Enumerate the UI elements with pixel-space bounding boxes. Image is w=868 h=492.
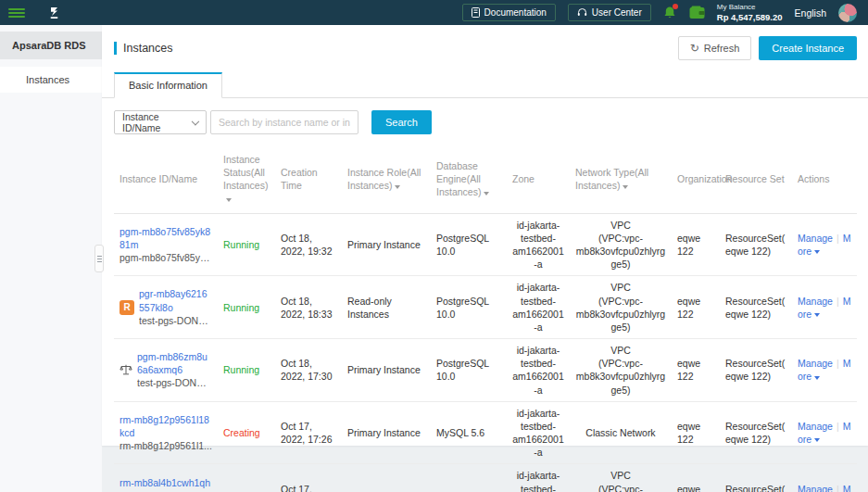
table-header-row: Instance ID/Name Instance Status(All Ins… — [114, 145, 857, 213]
refresh-label: Refresh — [704, 43, 740, 54]
wallet-icon — [689, 6, 705, 19]
sidebar: ApsaraDB RDS Instances — [0, 25, 102, 492]
col-zone: Zone — [507, 145, 570, 213]
table-row: rm-mb8al4b1cwh1qh996 test-mysql-56-no...… — [114, 464, 857, 492]
table-row: rm-mb8g12p9561l18kcd rm-mb8g12p9561l1...… — [114, 401, 857, 464]
resource-set: ResourceSet(eqwe 122) — [720, 276, 792, 339]
manage-link[interactable]: Manage — [798, 484, 833, 492]
organization: eqwe 122 — [672, 464, 720, 492]
instance-id-link[interactable]: pgm-mb86zm8u6a6axmq6 — [137, 350, 212, 376]
status-badge: Running — [223, 302, 259, 313]
col-network-type[interactable]: Network Type(All Instances) — [570, 145, 672, 213]
sidebar-item-instances[interactable]: Instances — [0, 67, 102, 93]
col-actions: Actions — [792, 145, 857, 213]
table-row: pgm-mb86zm8u6a6axmq6 test-pgs-DONOTDE...… — [114, 339, 857, 402]
instance-name: test-pgs-DONOTDE... — [139, 314, 212, 327]
organization: eqwe 122 — [672, 401, 720, 464]
zone: id-jakarta-testbed-am1662001-a — [507, 213, 570, 276]
status-badge: Running — [223, 239, 259, 250]
sidebar-collapse-handle[interactable] — [94, 245, 104, 272]
tab-bar: Basic Information — [102, 71, 868, 98]
col-organization: Organization — [672, 145, 720, 213]
action-divider: | — [837, 421, 839, 432]
manage-link[interactable]: Manage — [798, 296, 833, 307]
instance-id-link[interactable]: rm-mb8g12p9561l18kcd — [120, 413, 212, 439]
zone: id-jakarta-testbed-am1662001-a — [507, 276, 570, 339]
refresh-icon: ↻ — [690, 42, 699, 55]
organization: eqwe 122 — [672, 213, 720, 276]
headset-icon — [577, 7, 587, 18]
instance-role: Read-only Instances — [342, 276, 431, 339]
network-detail: (VPC:vpc-mb8k3ovfcpu0zhlyrgge5) — [575, 357, 666, 397]
instance-role: Primary Instance — [342, 339, 431, 402]
filter-caret-icon[interactable] — [623, 185, 628, 189]
notifications-button[interactable] — [663, 6, 677, 20]
search-category-dropdown[interactable]: Instance ID/Name — [114, 110, 207, 134]
instance-role: Primary Instance — [342, 464, 431, 492]
action-divider: | — [837, 296, 839, 307]
scale-icon — [120, 363, 132, 376]
manage-link[interactable]: Manage — [798, 421, 833, 432]
more-caret-icon[interactable] — [814, 376, 820, 380]
avatar[interactable] — [838, 4, 857, 22]
instance-role: Primary Instance — [342, 401, 431, 464]
filter-caret-icon[interactable] — [484, 192, 489, 196]
language-selector[interactable]: English — [795, 7, 826, 19]
col-database-engine[interactable]: Database Engine(All Instances) — [431, 145, 507, 213]
balance-block: My Balance Rp 4,547,589.20 — [717, 3, 783, 23]
filter-caret-icon[interactable] — [395, 185, 400, 189]
tab-basic-information[interactable]: Basic Information — [114, 72, 222, 98]
network-type: VPC — [575, 281, 666, 294]
wallet-button[interactable] — [689, 6, 705, 19]
col-resource-set: Resource Set — [720, 145, 792, 213]
status-badge: Running — [223, 364, 259, 375]
chevron-down-icon — [192, 117, 199, 124]
page-title: Instances — [114, 42, 173, 55]
brand-logo — [47, 6, 61, 19]
action-divider: | — [837, 233, 839, 244]
network-type: VPC — [575, 219, 666, 232]
instance-id-link[interactable]: pgr-mb8ay6216557kl8o — [139, 287, 212, 313]
table-row: pgm-mb8o75fv85yk881m pgm-mb8o75fv85yk...… — [114, 213, 857, 276]
refresh-button[interactable]: ↻ Refresh — [678, 36, 752, 60]
database-engine: PostgreSQL 10.0 — [431, 276, 507, 339]
filter-caret-icon[interactable] — [226, 198, 232, 202]
search-input[interactable] — [210, 110, 359, 134]
resource-set: ResourceSet(eqwe 122) — [720, 401, 792, 464]
user-center-button[interactable]: User Center — [568, 4, 651, 21]
more-caret-icon[interactable] — [814, 438, 820, 442]
menu-icon[interactable] — [8, 6, 25, 19]
instance-id-link[interactable]: rm-mb8al4b1cwh1qh996 — [120, 476, 212, 492]
col-instance-status[interactable]: Instance Status(All Instances) — [218, 145, 275, 213]
instance-role: Primary Instance — [342, 213, 431, 276]
instances-table: Instance ID/Name Instance Status(All Ins… — [114, 145, 857, 492]
status-badge: Creating — [223, 427, 260, 438]
network-detail: (VPC:vpc-mb8k3ovfcpu0zhlyrgge5) — [575, 295, 666, 334]
network-type: Classic Network — [575, 426, 666, 439]
instance-id-link[interactable]: pgm-mb8o75fv85yk881m — [120, 225, 212, 251]
database-engine: MySQL 5.6 — [431, 401, 507, 464]
creation-time: Oct 18, 2022, 18:33 — [275, 276, 342, 339]
manage-link[interactable]: Manage — [798, 233, 833, 244]
search-button[interactable]: Search — [371, 110, 432, 134]
creation-time: Oct 18, 2022, 17:30 — [275, 339, 342, 402]
create-instance-button[interactable]: Create Instance — [759, 36, 857, 60]
more-caret-icon[interactable] — [814, 313, 820, 317]
manage-link[interactable]: Manage — [798, 358, 833, 369]
resource-set: ResourceSet(eqwe 122) — [720, 464, 792, 492]
network-type: VPC — [575, 469, 666, 482]
content-card: Instances ↻ Refresh Create Instance Basi… — [102, 25, 868, 446]
creation-time: Oct 17, 2022, 17:26 — [275, 401, 342, 464]
sidebar-title: ApsaraDB RDS — [0, 32, 102, 59]
instance-name: test-pgs-DONOTDE... — [137, 376, 212, 389]
action-divider: | — [837, 358, 839, 369]
organization: eqwe 122 — [672, 276, 720, 339]
filter-bar: Instance ID/Name Search — [102, 98, 868, 144]
database-engine: PostgreSQL 10.0 — [431, 339, 507, 402]
network-detail: (VPC:vpc-mb8k3ovfcpu0zhlyrgge5) — [575, 232, 666, 271]
col-instance-role[interactable]: Instance Role(All Instances) — [342, 145, 431, 213]
instance-name: pgm-mb8o75fv85yk... — [120, 251, 212, 264]
main-content: Instances ↻ Refresh Create Instance Basi… — [102, 25, 868, 492]
documentation-button[interactable]: Documentation — [462, 4, 556, 21]
more-caret-icon[interactable] — [814, 250, 820, 254]
